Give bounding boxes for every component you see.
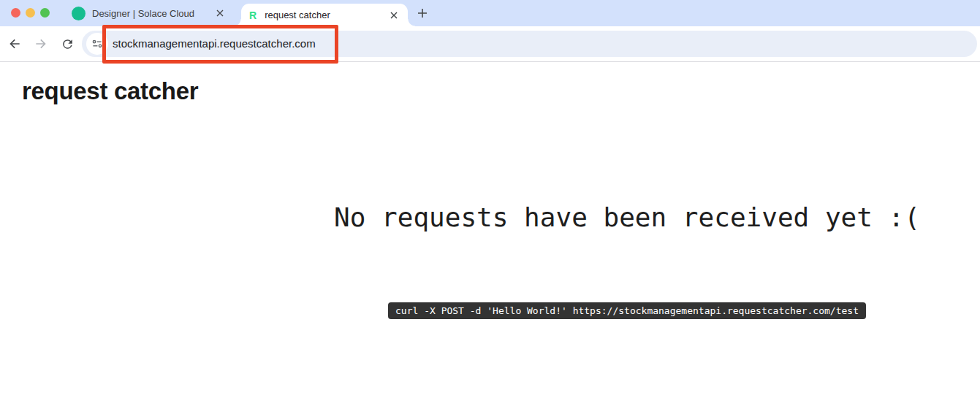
reload-button[interactable] xyxy=(58,35,76,53)
solace-favicon-icon xyxy=(72,7,86,20)
site-settings-icon xyxy=(91,38,103,50)
window-close-button[interactable] xyxy=(11,8,20,18)
reload-icon xyxy=(61,37,75,51)
tab-request-catcher[interactable]: R request catcher xyxy=(241,4,408,26)
empty-state-message: No requests have been received yet :( xyxy=(274,202,980,232)
forward-button[interactable] xyxy=(32,35,50,53)
request-catcher-favicon-icon: R xyxy=(249,9,257,21)
new-tab-button[interactable] xyxy=(413,4,432,23)
tab-close-icon[interactable] xyxy=(387,9,400,22)
curl-example-row: curl -X POST -d 'Hello World!' https://s… xyxy=(274,302,980,319)
page-content: request catcher No requests have been re… xyxy=(0,63,980,417)
tab-designer-solace-cloud[interactable]: Designer | Solace Cloud xyxy=(66,0,234,26)
tab-title: request catcher xyxy=(265,9,387,20)
back-button[interactable] xyxy=(6,35,23,53)
tab-strip: Designer | Solace Cloud R request catche… xyxy=(0,0,980,26)
curl-command-badge: curl -X POST -d 'Hello World!' https://s… xyxy=(388,302,866,319)
window-minimize-button[interactable] xyxy=(26,8,35,18)
browser-window: Designer | Solace Cloud R request catche… xyxy=(0,0,980,417)
page-title: request catcher xyxy=(22,77,198,105)
annotation-highlight-box xyxy=(102,25,338,64)
forward-arrow-icon xyxy=(34,37,48,51)
tab-title: Designer | Solace Cloud xyxy=(92,8,213,19)
back-arrow-icon xyxy=(7,37,22,51)
window-controls xyxy=(11,8,50,18)
window-maximize-button[interactable] xyxy=(40,8,50,18)
tab-close-icon[interactable] xyxy=(213,7,227,20)
plus-icon xyxy=(417,8,428,18)
